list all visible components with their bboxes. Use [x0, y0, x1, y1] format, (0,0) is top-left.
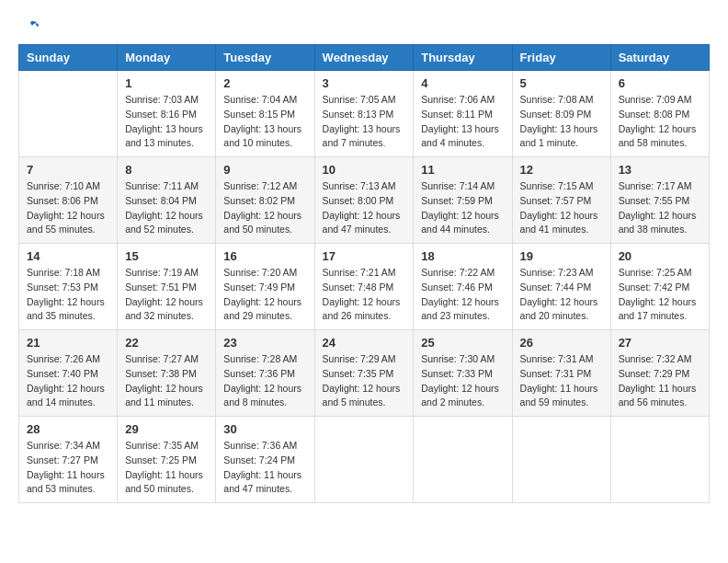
day-info: Sunrise: 7:13 AMSunset: 8:00 PMDaylight:…: [323, 179, 406, 237]
day-info: Sunrise: 7:36 AMSunset: 7:24 PMDaylight:…: [223, 439, 306, 497]
day-info: Sunrise: 7:12 AMSunset: 8:02 PMDaylight:…: [223, 179, 306, 237]
daylight-text: Daylight: 12 hours and 52 minutes.: [125, 209, 208, 238]
sunset-text: Sunset: 7:46 PM: [421, 281, 504, 295]
day-info: Sunrise: 7:32 AMSunset: 7:29 PMDaylight:…: [619, 352, 701, 410]
sunset-text: Sunset: 7:31 PM: [520, 367, 603, 382]
sunset-text: Sunset: 7:38 PM: [125, 367, 208, 382]
daylight-text: Daylight: 12 hours and 2 minutes.: [421, 382, 504, 411]
day-info: Sunrise: 7:25 AMSunset: 7:42 PMDaylight:…: [619, 266, 701, 324]
day-number: 10: [323, 163, 406, 177]
calendar-cell: 30Sunrise: 7:36 AMSunset: 7:24 PMDayligh…: [216, 417, 314, 503]
calendar-cell: 26Sunrise: 7:31 AMSunset: 7:31 PMDayligh…: [512, 330, 610, 417]
calendar-cell: 16Sunrise: 7:20 AMSunset: 7:49 PMDayligh…: [216, 244, 314, 330]
daylight-text: Daylight: 11 hours and 56 minutes.: [619, 382, 701, 411]
day-info: Sunrise: 7:18 AMSunset: 7:53 PMDaylight:…: [27, 266, 109, 324]
weekday-header-sunday: Sunday: [19, 45, 118, 71]
sunset-text: Sunset: 7:57 PM: [520, 194, 603, 209]
daylight-text: Daylight: 12 hours and 5 minutes.: [323, 382, 406, 411]
day-info: Sunrise: 7:10 AMSunset: 8:06 PMDaylight:…: [27, 179, 109, 237]
day-number: 14: [27, 249, 109, 263]
calendar-cell: 15Sunrise: 7:19 AMSunset: 7:51 PMDayligh…: [118, 244, 216, 330]
day-info: Sunrise: 7:30 AMSunset: 7:33 PMDaylight:…: [421, 352, 504, 410]
daylight-text: Daylight: 12 hours and 50 minutes.: [223, 209, 306, 238]
day-info: Sunrise: 7:17 AMSunset: 7:55 PMDaylight:…: [619, 179, 701, 237]
day-info: Sunrise: 7:19 AMSunset: 7:51 PMDaylight:…: [125, 266, 208, 324]
sunrise-text: Sunrise: 7:13 AM: [323, 179, 406, 194]
daylight-text: Daylight: 12 hours and 35 minutes.: [27, 295, 109, 325]
day-number: 30: [223, 422, 306, 436]
sunrise-text: Sunrise: 7:10 AM: [27, 179, 109, 194]
sunset-text: Sunset: 7:59 PM: [421, 194, 504, 209]
calendar-cell: 5Sunrise: 7:08 AMSunset: 8:09 PMDaylight…: [512, 71, 610, 157]
day-number: 25: [421, 336, 504, 350]
sunrise-text: Sunrise: 7:29 AM: [323, 352, 406, 367]
sunset-text: Sunset: 7:24 PM: [223, 454, 306, 468]
sunrise-text: Sunrise: 7:15 AM: [520, 179, 603, 194]
day-info: Sunrise: 7:35 AMSunset: 7:25 PMDaylight:…: [125, 439, 208, 497]
calendar-cell: 3Sunrise: 7:05 AMSunset: 8:13 PMDaylight…: [314, 71, 414, 157]
sunrise-text: Sunrise: 7:20 AM: [223, 266, 306, 281]
calendar-cell: [610, 417, 709, 503]
sunset-text: Sunset: 8:04 PM: [125, 194, 208, 209]
daylight-text: Daylight: 12 hours and 44 minutes.: [421, 209, 504, 238]
daylight-text: Daylight: 12 hours and 26 minutes.: [323, 295, 406, 325]
calendar-cell: [314, 417, 414, 503]
weekday-header-monday: Monday: [118, 45, 216, 71]
day-number: 24: [323, 336, 406, 350]
sunset-text: Sunset: 8:02 PM: [223, 194, 306, 209]
day-number: 18: [421, 249, 504, 263]
day-info: Sunrise: 7:15 AMSunset: 7:57 PMDaylight:…: [520, 179, 603, 237]
sunset-text: Sunset: 8:16 PM: [125, 108, 208, 122]
sunrise-text: Sunrise: 7:17 AM: [619, 179, 701, 194]
sunset-text: Sunset: 7:35 PM: [323, 367, 406, 382]
daylight-text: Daylight: 12 hours and 14 minutes.: [27, 382, 109, 411]
sunrise-text: Sunrise: 7:27 AM: [125, 352, 208, 367]
daylight-text: Daylight: 12 hours and 47 minutes.: [323, 209, 406, 238]
day-info: Sunrise: 7:09 AMSunset: 8:08 PMDaylight:…: [619, 93, 701, 151]
day-info: Sunrise: 7:11 AMSunset: 8:04 PMDaylight:…: [125, 179, 208, 237]
calendar-cell: 11Sunrise: 7:14 AMSunset: 7:59 PMDayligh…: [414, 157, 512, 244]
weekday-header-friday: Friday: [512, 45, 610, 71]
day-number: 7: [27, 163, 109, 177]
day-number: 19: [520, 249, 603, 263]
calendar-week-row: 21Sunrise: 7:26 AMSunset: 7:40 PMDayligh…: [19, 330, 710, 417]
day-info: Sunrise: 7:31 AMSunset: 7:31 PMDaylight:…: [520, 352, 603, 410]
sunset-text: Sunset: 7:51 PM: [125, 281, 208, 295]
calendar-week-row: 28Sunrise: 7:34 AMSunset: 7:27 PMDayligh…: [19, 417, 710, 503]
calendar-cell: 21Sunrise: 7:26 AMSunset: 7:40 PMDayligh…: [19, 330, 118, 417]
sunrise-text: Sunrise: 7:19 AM: [125, 266, 208, 281]
calendar-week-row: 7Sunrise: 7:10 AMSunset: 8:06 PMDaylight…: [19, 157, 710, 244]
daylight-text: Daylight: 12 hours and 8 minutes.: [223, 382, 306, 411]
day-number: 16: [223, 249, 306, 263]
sunset-text: Sunset: 7:25 PM: [125, 454, 208, 468]
calendar-cell: 1Sunrise: 7:03 AMSunset: 8:16 PMDaylight…: [118, 71, 216, 157]
calendar-cell: [19, 71, 118, 157]
day-number: 4: [421, 76, 504, 90]
day-number: 11: [421, 163, 504, 177]
calendar-cell: 23Sunrise: 7:28 AMSunset: 7:36 PMDayligh…: [216, 330, 314, 417]
day-number: 21: [27, 336, 109, 350]
day-number: 26: [520, 336, 603, 350]
sunrise-text: Sunrise: 7:25 AM: [619, 266, 701, 281]
day-number: 12: [520, 163, 603, 177]
sunrise-text: Sunrise: 7:03 AM: [125, 93, 208, 108]
daylight-text: Daylight: 11 hours and 50 minutes.: [125, 468, 208, 498]
day-number: 1: [125, 76, 208, 90]
calendar-cell: 28Sunrise: 7:34 AMSunset: 7:27 PMDayligh…: [19, 417, 118, 503]
page-header: [18, 18, 710, 35]
logo: [18, 18, 40, 35]
daylight-text: Daylight: 12 hours and 20 minutes.: [520, 295, 603, 325]
day-number: 20: [619, 249, 701, 263]
day-number: 15: [125, 249, 208, 263]
sunrise-text: Sunrise: 7:28 AM: [223, 352, 306, 367]
sunrise-text: Sunrise: 7:32 AM: [619, 352, 701, 367]
calendar-cell: 27Sunrise: 7:32 AMSunset: 7:29 PMDayligh…: [610, 330, 709, 417]
calendar-cell: 17Sunrise: 7:21 AMSunset: 7:48 PMDayligh…: [314, 244, 414, 330]
daylight-text: Daylight: 13 hours and 10 minutes.: [223, 122, 306, 152]
sunrise-text: Sunrise: 7:06 AM: [421, 93, 504, 108]
daylight-text: Daylight: 11 hours and 53 minutes.: [27, 468, 109, 498]
calendar-cell: 22Sunrise: 7:27 AMSunset: 7:38 PMDayligh…: [118, 330, 216, 417]
day-number: 13: [619, 163, 701, 177]
day-number: 23: [223, 336, 306, 350]
sunrise-text: Sunrise: 7:09 AM: [619, 93, 701, 108]
